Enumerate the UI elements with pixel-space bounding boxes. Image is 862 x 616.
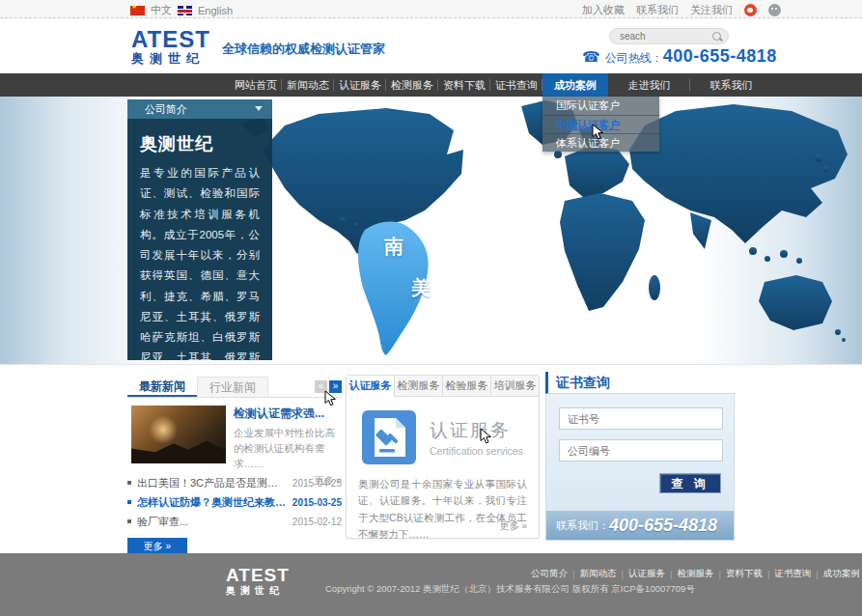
news-list-item[interactable]: 验厂审查... 2015-02-12 (127, 512, 342, 531)
featured-news-more-link[interactable]: 更多 » (234, 474, 342, 488)
certificate-query-panel: 查 询 联系我们： 400-655-4818 (545, 394, 735, 541)
news-item-title: 验厂审查... (137, 515, 287, 529)
china-flag-icon (130, 6, 145, 15)
footer-link-cert-query[interactable]: 证书查询 (769, 568, 816, 580)
search-box (609, 28, 729, 44)
tab-certification-service[interactable]: 认证服务 (347, 376, 395, 397)
footer-links: 公司简介| 新闻动态| 认证服务| 检测服务| 资料下载| 证书查询| 成功案例… (526, 568, 862, 580)
footer-logo-cn: 奥测世纪 (226, 584, 290, 598)
news-tabs: 最新新闻 行业新闻 « » (127, 377, 342, 398)
bullet-icon (127, 519, 131, 523)
certificate-query-module: 证书查询 查 询 联系我们： 400-655-4818 (545, 372, 735, 541)
footer: ATEST 奥测世纪 公司简介| 新闻动态| 认证服务| 检测服务| 资料下载|… (0, 553, 862, 616)
footer-logo-en: ATEST (226, 567, 290, 584)
query-contact-number: 400-655-4818 (609, 516, 717, 536)
dropdown-item-system-clients[interactable]: 体系认证客户 (542, 133, 659, 152)
follow-us-link[interactable]: 关注我们 (690, 3, 733, 17)
featured-news-desc: 企业发展中对性价比高的检测认证机构有需求…… (234, 426, 342, 471)
company-description: 是专业的国际产品认证、测试、检验和国际标准技术培训服务机构。成立于2005年，公… (140, 163, 260, 365)
gavel-document-icon[interactable] (362, 410, 416, 464)
nav-item-testing[interactable]: 检测服务 (386, 73, 438, 97)
chevron-down-icon (255, 106, 263, 111)
pager-next-button[interactable]: » (329, 380, 342, 393)
pager-prev-button[interactable]: « (315, 380, 327, 393)
query-contact-label: 联系我们： (556, 518, 609, 533)
logo-text-en: ATEST (131, 29, 210, 50)
query-button[interactable]: 查 询 (659, 473, 721, 493)
news-item-title: 怎样认证防爆？奥测世纪来教您！ (137, 495, 287, 510)
nav-item-about[interactable]: 走进我们 (608, 73, 690, 97)
footer-link-company[interactable]: 公司简介 (526, 568, 572, 580)
nav-item-certification[interactable]: 认证服务 (334, 73, 386, 97)
banner: 南 美 公司简介 奥测世纪 是专业的国际产品认证、测试、检验和国际标准技术培训服… (0, 97, 862, 365)
wechat-icon[interactable] (768, 4, 781, 16)
company-intro-panel: 公司简介 奥测世纪 是专业的国际产品认证、测试、检验和国际标准技术培训服务机构。… (127, 99, 272, 360)
main-nav: 网站首页 新闻动态 认证服务 检测服务 资料下载 证书查询 成功案例 走进我们 … (0, 73, 862, 97)
tab-latest-news[interactable]: 最新新闻 (127, 377, 197, 397)
page: 中文 English 加入收藏 联系我们 关注我们 ATEST 奥测世纪 全球信… (0, 0, 862, 616)
contact-us-link[interactable]: 联系我们 (636, 3, 679, 17)
service-subtitle: Certification services (430, 445, 523, 457)
logo-text-cn: 奥测世纪 (131, 50, 210, 68)
featured-news: 检测认证需求强... 企业发展中对性价比高的检测认证机构有需求…… 更多 » (127, 406, 342, 465)
footer-link-certification[interactable]: 认证服务 (624, 568, 670, 580)
query-contact-bar: 联系我们： 400-655-4818 (546, 511, 734, 540)
footer-logo[interactable]: ATEST 奥测世纪 (226, 567, 290, 598)
hotline: ☎ 公司热线： 400-655-4818 (582, 46, 777, 67)
search-input[interactable] (610, 31, 710, 42)
topbar: 中文 English 加入收藏 联系我们 关注我们 (0, 0, 862, 18)
featured-news-title[interactable]: 检测认证需求强... (234, 406, 342, 422)
phone-icon: ☎ (582, 48, 600, 66)
service-title[interactable]: 认证服务 (430, 418, 523, 443)
nav-item-success-cases[interactable]: 成功案例 (542, 73, 608, 97)
add-favorite-link[interactable]: 加入收藏 (582, 3, 625, 17)
company-number-input[interactable] (559, 439, 723, 462)
services-module: 认证服务 检测服务 检验服务 培训服务 认证服务 Cer (346, 375, 540, 539)
uk-flag-icon (178, 6, 192, 15)
logo[interactable]: ATEST 奥测世纪 (131, 29, 210, 68)
tab-industry-news[interactable]: 行业新闻 (197, 377, 268, 397)
news-pager: « » (315, 380, 342, 393)
weibo-icon[interactable] (744, 4, 757, 16)
search-icon[interactable] (710, 30, 724, 43)
map-label-south: 南 (384, 234, 403, 260)
copyright: Copyright © 2007-2012 奥测世纪（北京）技术服务有限公司 版… (325, 583, 695, 596)
company-intro-title: 公司简介 (145, 103, 187, 115)
dropdown-item-china-clients[interactable]: 中国认证客户 (542, 115, 659, 133)
service-more-link[interactable]: 更多 » (500, 519, 527, 533)
tagline: 全球信赖的权威检测认证管家 (222, 41, 385, 58)
footer-link-testing[interactable]: 检测服务 (672, 568, 718, 580)
hotline-number: 400-655-4818 (663, 46, 777, 67)
news-list-item[interactable]: 怎样认证防爆？奥测世纪来教您！ 2015-03-25 (127, 492, 342, 512)
nav-item-news[interactable]: 新闻动态 (282, 73, 334, 97)
footer-link-news[interactable]: 新闻动态 (574, 568, 621, 580)
bullet-icon (127, 500, 131, 504)
map-label-america: 美 (411, 275, 431, 301)
certificate-query-title: 证书查询 (545, 372, 735, 394)
lang-chinese-link[interactable]: 中文 (151, 3, 172, 17)
company-name: 奥测世纪 (140, 132, 260, 155)
company-intro-body: 奥测世纪 是专业的国际产品认证、测试、检验和国际标准技术培训服务机构。成立于20… (127, 119, 272, 360)
nav-item-downloads[interactable]: 资料下载 (438, 73, 490, 97)
lang-english-link[interactable]: English (198, 5, 233, 16)
dropdown-item-international-clients[interactable]: 国际认证客户 (542, 97, 659, 115)
success-cases-dropdown: 国际认证客户 中国认证客户 体系认证客户 (542, 97, 659, 152)
nav-item-cert-query[interactable]: 证书查询 (490, 73, 542, 97)
tab-training-service[interactable]: 培训服务 (491, 376, 539, 396)
news-item-date: 2015-02-12 (292, 517, 342, 527)
tab-inspection-service[interactable]: 检验服务 (443, 376, 491, 396)
company-intro-header[interactable]: 公司简介 (127, 99, 272, 119)
service-summary: 认证服务 Certification services (347, 397, 539, 474)
footer-link-downloads[interactable]: 资料下载 (721, 568, 767, 580)
bullet-icon (127, 481, 131, 485)
news-more-button[interactable]: 更多 » (127, 538, 187, 554)
footer-link-success-cases[interactable]: 成功案例 (819, 568, 862, 580)
content-row: 最新新闻 行业新闻 « » 检测认证需求强... 企业发展中对性价比高的检测认证… (0, 372, 862, 546)
news-item-date: 2015-03-25 (292, 497, 342, 508)
tab-testing-service[interactable]: 检测服务 (395, 376, 443, 396)
certificate-number-input[interactable] (559, 407, 723, 430)
header: ATEST 奥测世纪 全球信赖的权威检测认证管家 ☎ 公司热线： 400-655… (0, 19, 862, 73)
nav-item-contact[interactable]: 联系我们 (690, 73, 772, 97)
nav-item-home[interactable]: 网站首页 (230, 73, 282, 97)
featured-news-image[interactable] (131, 406, 226, 463)
